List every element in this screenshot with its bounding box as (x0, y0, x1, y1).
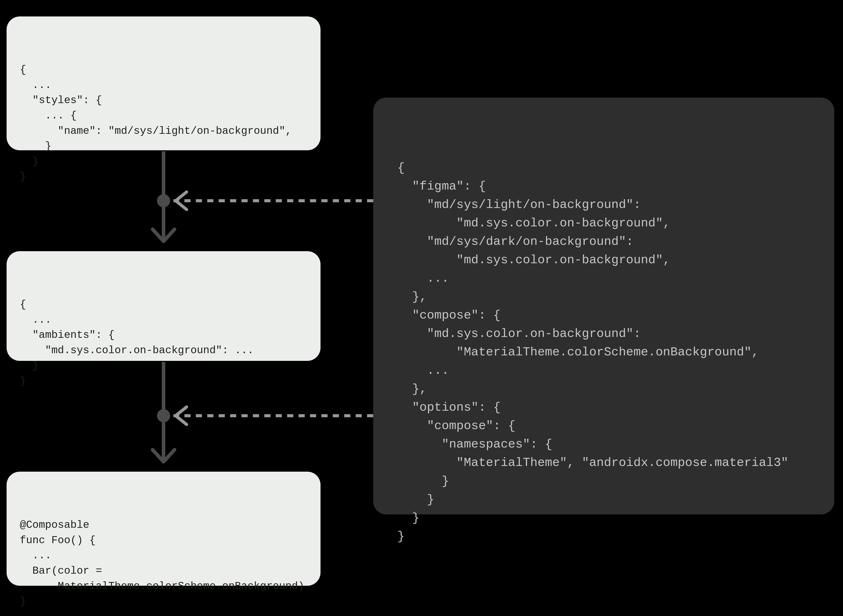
figma-styles-code: { ... "styles": { ... { "name": "md/sys/… (20, 62, 307, 185)
ambients-code: { ... "ambients": { "md.sys.color.on-bac… (20, 297, 307, 389)
composable-card: @Composable func Foo() { ... Bar(color =… (7, 472, 321, 586)
composable-code: @Composable func Foo() { ... Bar(color =… (20, 518, 307, 609)
ambients-card: { ... "ambients": { "md.sys.color.on-bac… (7, 251, 321, 361)
config-mapping-code: { "figma": { "md/sys/light/on-background… (397, 158, 810, 546)
figma-styles-card: { ... "styles": { ... { "name": "md/sys/… (7, 16, 321, 150)
config-mapping-card: { "figma": { "md/sys/light/on-background… (373, 98, 834, 515)
